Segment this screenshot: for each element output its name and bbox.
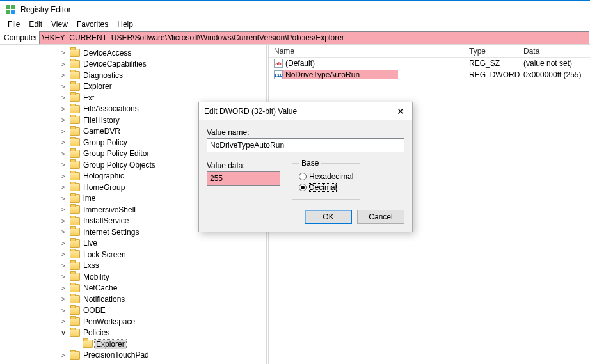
chevron-right-icon[interactable]: > bbox=[59, 262, 68, 269]
folder-icon bbox=[70, 284, 80, 292]
radio-hex-label: Hexadecimal bbox=[309, 172, 353, 181]
radio-dec[interactable] bbox=[299, 184, 307, 191]
value-data-input[interactable] bbox=[207, 171, 280, 186]
dword-value-icon: 110 bbox=[274, 70, 283, 79]
chevron-right-icon[interactable]: > bbox=[59, 184, 68, 191]
svg-rect-2 bbox=[6, 10, 10, 14]
chevron-right-icon[interactable]: > bbox=[59, 273, 68, 280]
tree-item-label: Group Policy bbox=[82, 138, 129, 147]
radio-hex-row[interactable]: Hexadecimal bbox=[299, 172, 353, 181]
chevron-right-icon[interactable]: > bbox=[59, 173, 68, 180]
edit-dword-dialog: Edit DWORD (32-bit) Value ✕ Value name: … bbox=[198, 102, 413, 232]
tree-item-label: Policies bbox=[82, 328, 111, 337]
value-name: NoDriveTypeAutoRun bbox=[285, 70, 360, 79]
col-name[interactable]: Name bbox=[269, 45, 464, 57]
tree-item[interactable]: >OOBE bbox=[59, 305, 266, 317]
tree-item-label-selected: Explorer bbox=[95, 340, 126, 349]
chevron-right-icon[interactable]: > bbox=[59, 49, 68, 56]
menu-view[interactable]: View bbox=[47, 19, 72, 29]
tree-item[interactable]: >PenWorkspace bbox=[59, 316, 266, 328]
chevron-right-icon[interactable]: > bbox=[59, 195, 68, 202]
tree-item-label: Group Policy Objects bbox=[82, 161, 157, 170]
chevron-right-icon[interactable]: > bbox=[59, 352, 68, 359]
list-row[interactable]: 110NoDriveTypeAutoRunREG_DWORD0x000000ff… bbox=[269, 69, 590, 81]
list-row[interactable]: ab(Default)REG_SZ(value not set) bbox=[269, 58, 590, 69]
chevron-right-icon[interactable]: > bbox=[59, 285, 68, 292]
chevron-right-icon[interactable]: > bbox=[59, 296, 68, 303]
lv-header: Name Type Data bbox=[269, 45, 590, 58]
tree-item-label: Lxss bbox=[82, 261, 100, 270]
tree-item[interactable]: >NetCache bbox=[59, 283, 266, 294]
tree-item-label: Notifications bbox=[82, 295, 126, 304]
col-type[interactable]: Type bbox=[464, 45, 518, 57]
address-path[interactable]: \HKEY_CURRENT_USER\Software\Microsoft\Wi… bbox=[39, 31, 589, 44]
tree-item-label: Internet Settings bbox=[82, 228, 140, 237]
cancel-button[interactable]: Cancel bbox=[357, 210, 404, 224]
chevron-right-icon[interactable]: > bbox=[59, 251, 68, 258]
col-data[interactable]: Data bbox=[518, 45, 590, 57]
dialog-title: Edit DWORD (32-bit) Value bbox=[204, 107, 297, 116]
folder-icon bbox=[70, 273, 80, 281]
chevron-right-icon[interactable]: > bbox=[59, 240, 68, 247]
menu-file[interactable]: File bbox=[4, 19, 24, 29]
chevron-right-icon[interactable]: > bbox=[59, 128, 68, 135]
radio-dec-row[interactable]: Decimal bbox=[299, 183, 353, 192]
tree-item[interactable]: >Explorer bbox=[59, 81, 266, 93]
tree-item-label: NetCache bbox=[82, 283, 118, 292]
tree-item-label: Group Policy Editor bbox=[82, 149, 150, 158]
chevron-right-icon[interactable]: > bbox=[59, 161, 68, 168]
chevron-right-icon[interactable]: > bbox=[59, 150, 68, 157]
menu-favorites[interactable]: Favorites bbox=[73, 19, 112, 29]
folder-icon bbox=[70, 295, 80, 303]
chevron-right-icon[interactable]: > bbox=[59, 318, 68, 325]
tree-item-label: Ext bbox=[82, 93, 95, 102]
tree-item[interactable]: >Mobility bbox=[59, 271, 266, 283]
menu-edit[interactable]: Edit bbox=[25, 19, 46, 29]
tree-item[interactable]: >Notifications bbox=[59, 294, 266, 305]
folder-icon bbox=[70, 150, 80, 158]
ok-button[interactable]: OK bbox=[305, 210, 352, 224]
folder-icon bbox=[70, 306, 80, 315]
base-group: Base Hexadecimal Decimal bbox=[292, 159, 360, 200]
folder-icon bbox=[70, 351, 80, 360]
registry-editor-icon bbox=[5, 4, 15, 15]
chevron-down-icon[interactable]: v bbox=[59, 329, 68, 336]
radio-hex[interactable] bbox=[299, 173, 307, 180]
tree-item-label: Mobility bbox=[82, 273, 111, 281]
chevron-right-icon[interactable]: > bbox=[59, 106, 68, 113]
chevron-right-icon[interactable]: > bbox=[59, 218, 68, 225]
tree-item[interactable]: >Lxss bbox=[59, 260, 266, 272]
value-name-input[interactable] bbox=[207, 138, 404, 152]
folder-icon bbox=[70, 329, 80, 337]
svg-rect-0 bbox=[6, 5, 10, 9]
tree-item-label: PrecisionTouchPad bbox=[82, 351, 150, 360]
tree-item[interactable]: >PrecisionTouchPad bbox=[59, 350, 266, 361]
chevron-right-icon[interactable]: > bbox=[59, 228, 68, 235]
address-root: Computer bbox=[0, 32, 39, 44]
tree-item[interactable]: >DeviceCapabilities bbox=[59, 59, 266, 70]
tree-item-label: Diagnostics bbox=[82, 71, 124, 80]
tree-item[interactable]: >DeviceAccess bbox=[59, 47, 266, 59]
folder-icon bbox=[70, 49, 80, 57]
dialog-body: Value name: Value data: Base Hexadecimal… bbox=[199, 120, 412, 232]
close-icon[interactable]: ✕ bbox=[394, 106, 407, 116]
tree-item[interactable]: vPolicies bbox=[59, 328, 266, 339]
chevron-right-icon[interactable]: > bbox=[59, 116, 68, 123]
tree-item[interactable]: >Lock Screen bbox=[59, 249, 266, 260]
value-data: (value not set) bbox=[518, 59, 590, 68]
chevron-right-icon[interactable]: > bbox=[59, 83, 68, 90]
chevron-right-icon[interactable]: > bbox=[59, 307, 68, 314]
chevron-right-icon[interactable]: > bbox=[59, 139, 68, 146]
folder-icon bbox=[70, 138, 80, 146]
chevron-right-icon[interactable]: > bbox=[59, 72, 68, 79]
folder-icon bbox=[70, 71, 80, 79]
chevron-right-icon[interactable]: > bbox=[59, 206, 68, 213]
tree-item[interactable]: Explorer bbox=[59, 338, 266, 350]
app-title: Registry Editor bbox=[20, 5, 71, 14]
tree-item[interactable]: >Diagnostics bbox=[59, 70, 266, 81]
value-name: (Default) bbox=[285, 59, 315, 68]
chevron-right-icon[interactable]: > bbox=[59, 94, 68, 101]
menu-help[interactable]: Help bbox=[113, 19, 137, 29]
tree-item[interactable]: >Live bbox=[59, 238, 266, 249]
chevron-right-icon[interactable]: > bbox=[59, 61, 68, 68]
